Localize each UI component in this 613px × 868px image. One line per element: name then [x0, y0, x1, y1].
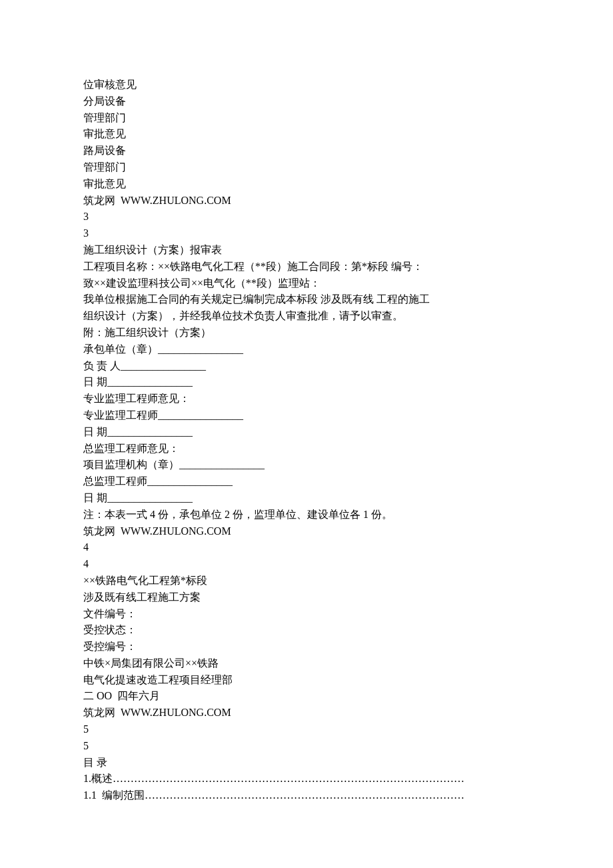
text-line: 电气化提速改造工程项目经理部: [83, 672, 530, 689]
document-body: 位审核意见分局设备管理部门审批意见路局设备管理部门审批意见筑龙网 WWW.ZHU…: [83, 77, 530, 804]
text-line: 5: [83, 738, 530, 755]
text-line: 管理部门: [83, 110, 530, 127]
text-line: 施工组织设计（方案）报审表: [83, 242, 530, 259]
text-line: 专业监理工程师________________: [83, 407, 530, 424]
text-line: 筑龙网 WWW.ZHULONG.COM: [83, 705, 530, 721]
text-line: 致××建设监理科技公司××电气化（**段）监理站：: [83, 275, 530, 292]
text-line: 3: [83, 209, 530, 225]
text-line: ××铁路电气化工程第*标段: [83, 573, 530, 589]
text-line: 受控编号：: [83, 639, 530, 655]
text-line: 目 录: [83, 755, 530, 771]
text-line: 承包单位（章）________________: [83, 341, 530, 358]
text-line: 总监理工程师________________: [83, 473, 530, 490]
text-line: 日 期________________: [83, 490, 530, 507]
text-line: 二 OO 四年六月: [83, 688, 530, 705]
text-line: 管理部门: [83, 159, 530, 176]
text-line: 项目监理机构（章）________________: [83, 457, 530, 473]
text-line: 1.1 编制范围………………………………………………………………………………: [83, 787, 530, 804]
text-line: 日 期________________: [83, 424, 530, 441]
text-line: 工程项目名称：××铁路电气化工程（**段）施工合同段：第*标段 编号：: [83, 259, 530, 275]
text-line: 我单位根据施工合同的有关规定已编制完成本标段 涉及既有线 工程的施工: [83, 291, 530, 308]
text-line: 受控状态：: [83, 622, 530, 639]
text-line: 审批意见: [83, 176, 530, 193]
text-line: 筑龙网 WWW.ZHULONG.COM: [83, 193, 530, 209]
text-line: 专业监理工程师意见：: [83, 391, 530, 407]
text-line: 4: [83, 539, 530, 556]
text-line: 分局设备: [83, 93, 530, 110]
text-line: 5: [83, 721, 530, 738]
text-line: 注：本表一式 4 份，承包单位 2 份，监理单位、建设单位各 1 份。: [83, 507, 530, 523]
text-line: 涉及既有线工程施工方案: [83, 589, 530, 606]
text-line: 中铁×局集团有限公司××铁路: [83, 655, 530, 672]
text-line: 1.概述………………………………………………………………………………………: [83, 771, 530, 787]
text-line: 筑龙网 WWW.ZHULONG.COM: [83, 523, 530, 540]
text-line: 总监理工程师意见：: [83, 441, 530, 457]
text-line: 附：施工组织设计（方案）: [83, 325, 530, 341]
text-line: 路局设备: [83, 143, 530, 159]
text-line: 位审核意见: [83, 77, 530, 93]
text-line: 文件编号：: [83, 606, 530, 623]
text-line: 4: [83, 556, 530, 573]
text-line: 3: [83, 225, 530, 242]
text-line: 日 期________________: [83, 374, 530, 391]
text-line: 审批意见: [83, 126, 530, 143]
text-line: 组织设计（方案），并经我单位技术负责人审查批准，请予以审查。: [83, 308, 530, 325]
text-line: 负 责 人________________: [83, 358, 530, 375]
